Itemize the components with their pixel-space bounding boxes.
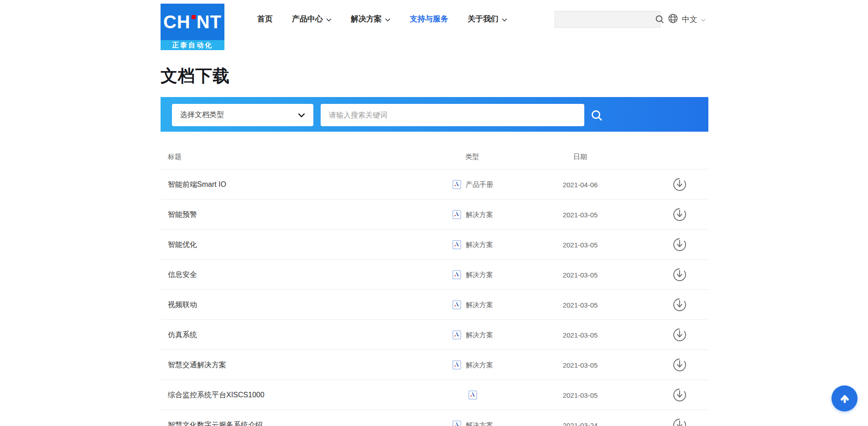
table-row: 智慧交通解决方案 解决方案 2021-03-05: [161, 350, 708, 380]
row-type-label: 解决方案: [466, 421, 493, 426]
row-type: 解决方案: [452, 290, 493, 320]
search-submit-button[interactable]: [590, 108, 603, 122]
page-title: 文档下载: [161, 65, 230, 87]
row-type-label: 产品手册: [466, 180, 493, 189]
download-button[interactable]: [672, 177, 687, 192]
pdf-file-icon: [452, 240, 461, 249]
logo-text: CHNT: [163, 13, 222, 31]
download-button[interactable]: [672, 237, 687, 252]
row-type: 解决方案: [452, 260, 493, 290]
main-nav: 首页 产品中心 解决方案 支持与服务 关于我们: [257, 12, 507, 26]
row-date: 2021-04-06: [557, 169, 603, 200]
nav-label: 解决方案: [351, 12, 382, 26]
table-row: 仿真系统 解决方案 2021-03-05: [161, 320, 708, 350]
table-row: 智能预警 解决方案 2021-03-05: [161, 200, 708, 230]
download-button[interactable]: [672, 418, 687, 426]
table-body: 智能前端Smart IO 产品手册 2021-04-06: [161, 169, 708, 426]
row-title: 综合监控系统平台XISCS1000: [168, 380, 265, 410]
header-search-box: [555, 11, 660, 28]
nav-label: 关于我们: [468, 12, 499, 26]
row-date: 2021-03-05: [557, 290, 603, 320]
pdf-file-icon: [452, 330, 461, 339]
download-button[interactable]: [672, 388, 687, 402]
chevron-down-icon: [385, 18, 390, 21]
row-title: 视频联动: [168, 290, 197, 320]
nav-label: 支持与服务: [410, 12, 448, 26]
table-row: 信息安全 解决方案 2021-03-05: [161, 260, 708, 290]
column-header-date: 日期: [557, 153, 603, 161]
row-title: 智能预警: [168, 200, 197, 230]
row-date: 2021-03-05: [557, 260, 603, 290]
download-button[interactable]: [672, 267, 687, 282]
row-type-label: 解决方案: [466, 271, 493, 279]
nav-label: 首页: [257, 12, 273, 26]
download-button[interactable]: [672, 358, 687, 372]
row-title: 智慧交通解决方案: [168, 350, 226, 380]
chevron-down-icon: [298, 111, 305, 119]
row-type: 解决方案: [452, 350, 493, 380]
chevron-down-icon: [701, 19, 706, 21]
pdf-file-icon: [452, 300, 461, 309]
pdf-file-icon: [452, 210, 461, 219]
row-type: [468, 380, 477, 410]
row-type: 产品手册: [452, 169, 493, 200]
row-type-label: 解决方案: [466, 361, 493, 370]
nav-item-solutions[interactable]: 解决方案: [351, 12, 390, 26]
row-title: 智能优化: [168, 230, 197, 260]
language-selector[interactable]: 中文: [668, 13, 706, 26]
logo-subtitle: 正泰自动化: [161, 40, 224, 50]
row-title: 智慧文化数字云服务系统介绍: [168, 410, 263, 426]
table-row: 智慧文化数字云服务系统介绍 解决方案 2021-03-24: [161, 410, 708, 426]
pdf-file-icon: [452, 421, 461, 426]
row-title: 仿真系统: [168, 320, 197, 350]
chint-logo[interactable]: CHNT 正泰自动化: [161, 4, 224, 50]
pdf-file-icon: [452, 270, 461, 279]
row-title: 信息安全: [168, 260, 197, 290]
download-button[interactable]: [672, 207, 687, 222]
row-date: 2021-03-05: [557, 230, 603, 260]
download-button[interactable]: [672, 328, 687, 342]
nav-item-products[interactable]: 产品中心: [292, 12, 332, 26]
header-search-input[interactable]: [555, 15, 655, 23]
row-type-label: 解决方案: [466, 331, 493, 339]
table-row: 综合监控系统平台XISCS1000 2021-03-05: [161, 380, 708, 410]
table-row: 智能优化 解决方案 2021-03-05: [161, 230, 708, 260]
pdf-file-icon: [468, 390, 477, 400]
chevron-down-icon: [502, 18, 507, 21]
row-date: 2021-03-05: [557, 200, 603, 230]
doc-type-selected-value: 选择文档类型: [180, 110, 224, 120]
table-row: 智能前端Smart IO 产品手册 2021-04-06: [161, 169, 708, 200]
documents-table: 标题 类型 日期 智能前端Smart IO 产品手册 2021-04-06: [161, 146, 708, 426]
nav-item-home[interactable]: 首页: [257, 12, 273, 26]
column-header-type: 类型: [465, 153, 479, 161]
row-date: 2021-03-05: [557, 350, 603, 380]
row-date: 2021-03-24: [557, 410, 603, 426]
arrow-up-icon: [837, 391, 852, 406]
chint-logo-mark: CHNT: [161, 4, 224, 40]
nav-item-about[interactable]: 关于我们: [468, 12, 507, 26]
back-to-top-button[interactable]: [832, 385, 858, 411]
keyword-search-input[interactable]: [321, 104, 584, 126]
doc-type-select[interactable]: 选择文档类型: [172, 104, 313, 126]
document-download-page: CHNT 正泰自动化 首页 产品中心 解决方案 支持与服务 关于我们: [0, 0, 868, 426]
column-header-title: 标题: [168, 153, 182, 161]
nav-label: 产品中心: [292, 12, 323, 26]
row-type-label: 解决方案: [466, 241, 493, 249]
table-header: 标题 类型 日期: [161, 146, 708, 169]
pdf-file-icon: [452, 180, 461, 189]
row-date: 2021-03-05: [557, 380, 603, 410]
download-button[interactable]: [672, 298, 687, 312]
row-type: 解决方案: [452, 200, 493, 230]
globe-icon: [668, 13, 678, 26]
language-label: 中文: [682, 14, 697, 25]
row-type-label: 解决方案: [466, 210, 493, 219]
filter-bar: 选择文档类型: [161, 97, 708, 132]
table-row: 视频联动 解决方案 2021-03-05: [161, 290, 708, 320]
logo-red-dot-icon: [192, 15, 196, 19]
row-type: 解决方案: [452, 410, 493, 426]
nav-item-support[interactable]: 支持与服务: [410, 12, 448, 26]
row-type: 解决方案: [452, 230, 493, 260]
row-type-label: 解决方案: [466, 301, 493, 309]
search-icon[interactable]: [655, 15, 665, 24]
chevron-down-icon: [326, 18, 332, 21]
